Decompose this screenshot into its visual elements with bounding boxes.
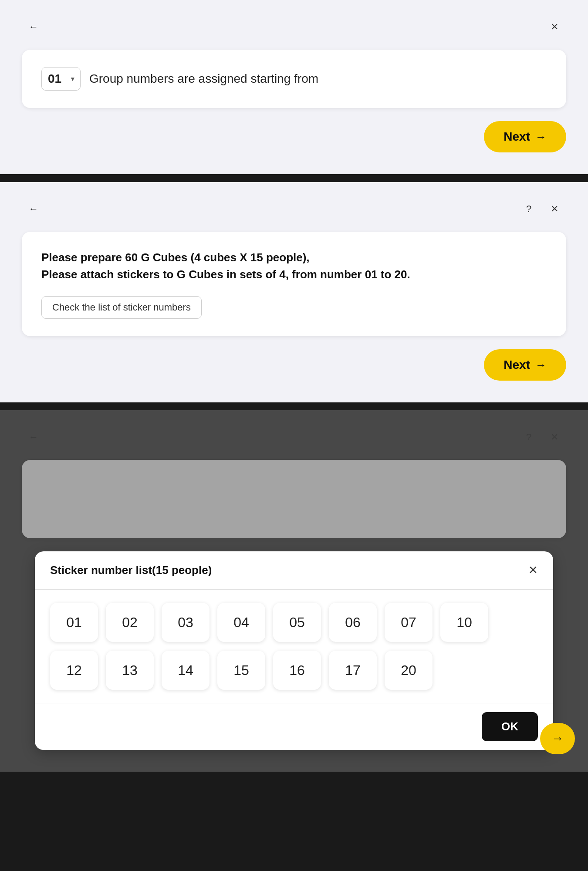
modal-body: 0102030405060710 12131415161720: [35, 590, 553, 703]
sticker-chip: 05: [273, 603, 321, 642]
next-label-2: Next: [504, 358, 530, 372]
back-button-3[interactable]: ←: [24, 428, 43, 447]
screen3-nav: ← ? ✕: [22, 428, 566, 447]
sticker-chip: 04: [217, 603, 265, 642]
sticker-chip: 20: [385, 651, 433, 690]
screen1-card: 01 ▾ Group numbers are assigned starting…: [22, 50, 566, 108]
next-label-1: Next: [504, 130, 530, 144]
help-button-3[interactable]: ?: [519, 428, 538, 447]
sticker-chip: 01: [50, 603, 98, 642]
close-button-3[interactable]: ✕: [545, 428, 564, 447]
dropdown-arrow-icon: ▾: [71, 75, 74, 82]
modal-footer: OK: [35, 703, 553, 750]
next-arrow-1: →: [535, 130, 547, 144]
sticker-chip: 15: [217, 651, 265, 690]
back-button-1[interactable]: ←: [24, 17, 43, 37]
number-select-dropdown[interactable]: 01 ▾: [41, 67, 81, 91]
screen3: ← ? ✕ Sticker number list(15 people) ✕ 0…: [0, 410, 588, 772]
next-button-2[interactable]: Next →: [484, 349, 566, 381]
instruction-line2: Please attach stickers to G Cubes in set…: [41, 266, 547, 283]
sticker-row-2: 12131415161720: [50, 651, 538, 690]
next-button-1[interactable]: Next →: [484, 121, 566, 152]
screen2-nav: ← ? ✕: [22, 199, 566, 219]
screen3-nav-right: ? ✕: [519, 428, 564, 447]
sticker-chip: 17: [329, 651, 377, 690]
sticker-chip: 03: [162, 603, 210, 642]
close-button-2[interactable]: ✕: [545, 199, 564, 219]
sticker-chip: 10: [440, 603, 488, 642]
ok-button[interactable]: OK: [482, 712, 538, 741]
modal-container: Sticker number list(15 people) ✕ 0102030…: [22, 551, 566, 750]
screen1-nav: ← ✕: [22, 17, 566, 37]
group-number-row: 01 ▾ Group numbers are assigned starting…: [41, 67, 547, 91]
sticker-row-1: 0102030405060710: [50, 603, 538, 642]
sticker-chip: 13: [106, 651, 154, 690]
sticker-chip: 02: [106, 603, 154, 642]
sticker-chip: 06: [329, 603, 377, 642]
modal-title: Sticker number list(15 people): [50, 564, 212, 577]
screen2-nav-right: ? ✕: [519, 199, 564, 219]
sticker-chip: 16: [273, 651, 321, 690]
instruction-line1: Please prepare 60 G Cubes (4 cubes X 15 …: [41, 249, 547, 266]
screen2-card: Please prepare 60 G Cubes (4 cubes X 15 …: [22, 232, 566, 336]
group-label-text: Group numbers are assigned starting from: [89, 72, 318, 86]
check-list-button[interactable]: Check the list of sticker numbers: [41, 296, 202, 319]
divider-1: [0, 174, 588, 182]
selected-number: 01: [48, 72, 61, 86]
sticker-modal: Sticker number list(15 people) ✕ 0102030…: [35, 551, 553, 750]
partial-next-button[interactable]: →: [540, 723, 575, 754]
modal-close-button[interactable]: ✕: [528, 564, 538, 577]
partial-arrow-icon: →: [551, 732, 564, 746]
sticker-chip: 14: [162, 651, 210, 690]
close-button-1[interactable]: ✕: [545, 17, 564, 37]
back-button-2[interactable]: ←: [24, 199, 43, 219]
modal-header: Sticker number list(15 people) ✕: [35, 551, 553, 590]
help-button-2[interactable]: ?: [519, 199, 538, 219]
screen3-dim-card: [22, 460, 566, 538]
sticker-chip: 07: [385, 603, 433, 642]
screen1: ← ✕ 01 ▾ Group numbers are assigned star…: [0, 0, 588, 174]
instruction-text: Please prepare 60 G Cubes (4 cubes X 15 …: [41, 249, 547, 283]
sticker-chip: 12: [50, 651, 98, 690]
screen2: ← ? ✕ Please prepare 60 G Cubes (4 cubes…: [0, 182, 588, 402]
next-arrow-2: →: [535, 358, 547, 372]
divider-2: [0, 402, 588, 410]
